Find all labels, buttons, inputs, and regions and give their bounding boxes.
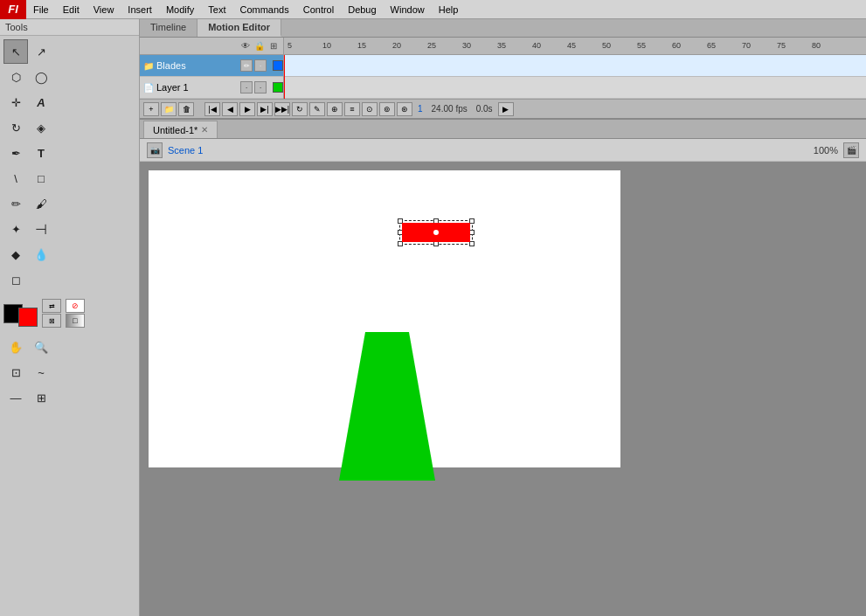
prev-frame-btn[interactable]: ◀ (222, 102, 238, 116)
green-trapezoid[interactable] (339, 332, 435, 491)
layer1-dot-btn[interactable]: · (254, 81, 267, 93)
eye-icon[interactable]: 👁 (239, 40, 252, 52)
gradient-btn[interactable]: □ (66, 314, 85, 328)
onion-skin-outline-btn[interactable]: ⊚ (379, 102, 395, 116)
modify-onion-btn[interactable]: ⊛ (397, 102, 412, 116)
default-colors-btn[interactable]: ⊠ (42, 314, 61, 328)
timeline-frame-row-blades[interactable] (284, 55, 866, 77)
center-dot (433, 230, 439, 235)
menu-control[interactable]: Control (296, 0, 341, 19)
fill-color-swatch[interactable] (18, 308, 38, 327)
new-folder-btn[interactable]: 📁 (161, 102, 177, 116)
scene-icon-btn[interactable]: 📷 (147, 142, 163, 158)
frame-number-50: 50 (602, 41, 611, 50)
sync-btn[interactable]: ≡ (344, 102, 360, 116)
camera-icon[interactable]: 🎬 (843, 142, 859, 158)
lock-icon[interactable]: 🔒 (253, 40, 266, 52)
doc-tab-untitled[interactable]: Untitled-1* ✕ (143, 121, 218, 138)
play-btn[interactable]: ▶ (239, 102, 255, 116)
no-color-btn[interactable]: ⊘ (66, 299, 85, 313)
layer-name-layer1: Layer 1 (156, 82, 238, 93)
paint-bucket-tool[interactable]: ◆ (3, 242, 28, 266)
menu-debug[interactable]: Debug (341, 0, 383, 19)
menu-text[interactable]: Text (201, 0, 232, 19)
onion-skin-btn[interactable]: ⊙ (362, 102, 378, 116)
frame-number-10: 10 (322, 41, 331, 50)
gradient-tool[interactable]: A (29, 90, 53, 114)
frame-number-35: 35 (497, 41, 506, 50)
arrow-tool[interactable]: ↖ (3, 39, 28, 64)
stage-canvas-wrapper[interactable] (140, 162, 866, 616)
bone-tool[interactable]: ⊣ (29, 217, 53, 241)
red-shape-selected[interactable] (398, 218, 475, 246)
new-layer-btn[interactable]: + (143, 102, 159, 116)
layer-folder-icon: 📁 (143, 61, 154, 71)
deco-tool[interactable]: ✦ (3, 217, 28, 241)
go-end-btn[interactable]: ▶▶| (274, 102, 290, 116)
hand-tool-bottom[interactable]: ✋ (3, 335, 28, 359)
timeline-layers-header: 👁 🔒 ⊞ (140, 38, 284, 54)
pen-tool[interactable]: ✒ (3, 141, 28, 165)
layer-dot-btn[interactable]: · (254, 59, 267, 72)
menu-file[interactable]: File (26, 0, 56, 19)
smooth-tool[interactable]: ~ (29, 360, 53, 384)
stage-toolbar: 📷 Scene 1 100% 🎬 (140, 139, 866, 162)
options-tool[interactable]: ⊞ (29, 385, 53, 410)
delete-layer-btn[interactable]: 🗑 (178, 102, 194, 116)
rectangle-tool[interactable]: □ (29, 166, 53, 190)
timeline-frames-header[interactable]: 5101520253035404550556065707580 (284, 38, 866, 54)
subselect-tool[interactable]: ↗ (29, 39, 53, 64)
3d-rotation-tool[interactable]: ↻ (3, 115, 28, 140)
eraser-tool[interactable]: ◻ (3, 267, 28, 292)
frame-number-60: 60 (672, 41, 681, 50)
layer1-pencil-btn[interactable]: · (240, 81, 253, 93)
pencil-tool[interactable]: ✏ (3, 191, 28, 216)
line-tool[interactable]: \ (3, 166, 28, 190)
eyedropper-tool[interactable]: 💧 (29, 242, 53, 266)
straighten-tool[interactable]: — (3, 385, 28, 410)
swap-colors-btn[interactable]: ⇄ (42, 299, 61, 313)
main-layout: Tools ↖ ↗ ⬡ ◯ ✛ A ↻ ◈ ✒ T \ □ ✏ 🖌 ✦ ⊣ ◆ … (0, 19, 866, 616)
stage-wrapper: Untitled-1* ✕ 📷 Scene 1 100% 🎬 (140, 120, 866, 616)
layer-row-layer1[interactable]: 📄 Layer 1 · · (140, 77, 283, 99)
menu-commands[interactable]: Commands (232, 0, 295, 19)
doc-tab-close-btn[interactable]: ✕ (201, 125, 208, 135)
tab-timeline[interactable]: Timeline (140, 19, 197, 37)
timeline-frames-area[interactable] (284, 55, 866, 99)
go-start-btn[interactable]: |◀ (204, 102, 220, 116)
text-tool[interactable]: T (29, 141, 53, 165)
grid-icon[interactable]: ⊞ (267, 40, 280, 52)
frame-number-70: 70 (742, 41, 751, 50)
layer-row-blades[interactable]: 📁 Blades ✏ · (140, 55, 283, 77)
loop-btn[interactable]: ↻ (292, 102, 308, 116)
tools-colors: ⇄ ⊠ ⊘ □ (0, 295, 139, 331)
menu-bar: Fl File Edit View Insert Modify Text Com… (0, 0, 866, 19)
zoom-tool-bottom[interactable]: 🔍 (29, 335, 53, 359)
menu-modify[interactable]: Modify (159, 0, 201, 19)
edit-scene-btn[interactable]: ✎ (309, 102, 325, 116)
3d-translation-tool[interactable]: ◈ (29, 115, 53, 140)
next-frame-btn[interactable]: ▶| (257, 102, 273, 116)
timeline-frame-row-layer1[interactable] (284, 77, 866, 99)
menu-insert[interactable]: Insert (121, 0, 159, 19)
scroll-right-btn[interactable]: ▶ (498, 102, 514, 116)
menu-edit[interactable]: Edit (56, 0, 87, 19)
layer-vis-buttons: ✏ · (240, 59, 267, 72)
edit-symbol-btn[interactable]: ⊕ (327, 102, 343, 116)
frame-number-55: 55 (637, 41, 646, 50)
brush-tool[interactable]: 🖌 (29, 191, 53, 216)
tools-grid: ↖ ↗ ⬡ ◯ ✛ A ↻ ◈ ✒ T \ □ ✏ 🖌 ✦ ⊣ ◆ 💧 ◻ (0, 36, 139, 295)
menu-window[interactable]: Window (384, 0, 432, 19)
free-transform-tool[interactable]: ✛ (3, 90, 28, 114)
polystar-tool[interactable]: ◯ (29, 65, 53, 89)
tools-label: Tools (0, 19, 139, 36)
lasso-tool[interactable]: ⬡ (3, 65, 28, 89)
snap-tool[interactable]: ⊡ (3, 360, 28, 384)
menu-help[interactable]: Help (432, 0, 466, 19)
menu-view[interactable]: View (87, 0, 121, 19)
svg-marker-0 (339, 332, 435, 481)
scene-link[interactable]: Scene 1 (168, 145, 203, 156)
tab-motion-editor[interactable]: Motion Editor (197, 19, 281, 37)
layer-pencil-btn[interactable]: ✏ (240, 59, 253, 72)
current-frame-display: 1 (414, 104, 426, 114)
